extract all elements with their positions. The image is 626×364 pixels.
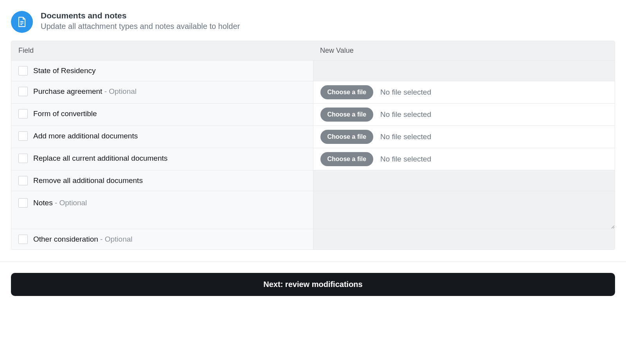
field-label: Replace all current additional documents: [33, 154, 167, 163]
choose-file-button[interactable]: Choose a file: [320, 108, 374, 122]
footer-bar: Next: review modifications: [0, 262, 626, 307]
checkbox-replace-docs[interactable]: [18, 154, 28, 163]
table-row: Add more additional documents Choose a f…: [11, 126, 615, 148]
field-label: Add more additional documents: [33, 132, 138, 140]
choose-file-button[interactable]: Choose a file: [320, 85, 374, 99]
table-row: Other consideration - Optional: [11, 229, 615, 250]
notes-textarea[interactable]: [313, 191, 615, 229]
checkbox-purchase-agreement[interactable]: [18, 87, 28, 96]
checkbox-form-of-convertible[interactable]: [18, 109, 28, 118]
section-header: Documents and notes Update all attachmen…: [11, 11, 615, 33]
table-row: Form of convertible Choose a file No fil…: [11, 104, 615, 126]
choose-file-button[interactable]: Choose a file: [320, 152, 374, 166]
file-status: No file selected: [380, 88, 431, 97]
checkbox-other-consideration[interactable]: [18, 235, 28, 244]
checkbox-notes[interactable]: [18, 198, 28, 208]
field-label: Form of convertible: [33, 109, 97, 118]
table-row: Replace all current additional documents…: [11, 148, 615, 170]
section-subtitle: Update all attachment types and notes av…: [41, 22, 240, 31]
file-status: No file selected: [380, 155, 431, 163]
value-cell-disabled: [313, 61, 615, 81]
fields-table: Field New Value State of Residency: [11, 41, 615, 250]
file-status: No file selected: [380, 110, 431, 119]
choose-file-button[interactable]: Choose a file: [320, 130, 374, 144]
column-header-new-value: New Value: [313, 41, 615, 61]
field-label: Remove all additional documents: [33, 176, 143, 185]
checkbox-remove-docs[interactable]: [18, 176, 28, 185]
document-icon: [11, 11, 33, 33]
table-row: Notes - Optional: [11, 191, 615, 229]
next-review-button[interactable]: Next: review modifications: [11, 273, 615, 296]
value-cell-disabled: [313, 229, 615, 250]
field-label: Purchase agreement - Optional: [33, 87, 137, 96]
column-header-field: Field: [11, 41, 313, 61]
field-label: Other consideration - Optional: [33, 235, 132, 244]
section-title: Documents and notes: [41, 11, 240, 20]
checkbox-add-more-docs[interactable]: [18, 131, 28, 141]
table-row: State of Residency: [11, 61, 615, 81]
field-label: Notes - Optional: [33, 199, 87, 207]
table-row: Remove all additional documents: [11, 170, 615, 191]
file-status: No file selected: [380, 133, 431, 141]
checkbox-state-of-residency[interactable]: [18, 66, 28, 75]
value-cell-disabled: [313, 170, 615, 191]
field-label: State of Residency: [33, 66, 95, 75]
table-row: Purchase agreement - Optional Choose a f…: [11, 81, 615, 104]
